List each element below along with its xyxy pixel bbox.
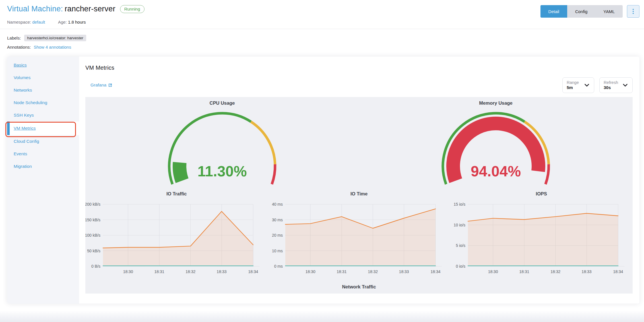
kebab-icon	[633, 9, 634, 14]
line-chart-canvas: 200 kB/s150 kB/s100 kB/s50 kB/s0 B/s18:3…	[85, 197, 268, 282]
sidebar-item-label: VM Metrics	[14, 126, 36, 131]
y-axis-tick-label: 0 io/s	[456, 264, 465, 269]
tab-config[interactable]: Config	[567, 5, 595, 18]
resource-type-label: Virtual Machine:	[7, 5, 63, 13]
gauge-value: 11.30%	[197, 163, 247, 179]
status-badge: Running	[120, 5, 145, 13]
sidebar-item-label: Migration	[14, 164, 32, 169]
detail-card: BasicsVolumesNetworksNode SchedulingSSH …	[7, 57, 639, 304]
chevron-down-icon	[584, 82, 590, 88]
namespace-label: Namespace:	[7, 20, 31, 24]
line-chart-canvas: 40 ms30 ms20 ms10 ms0 ms18:3018:3118:321…	[268, 197, 450, 282]
sidebar-item-networks[interactable]: Networks	[7, 84, 79, 96]
y-axis-tick-label: 5 io/s	[456, 243, 465, 248]
section-heading: VM Metrics	[85, 65, 633, 71]
sidebar-item-events[interactable]: Events	[7, 148, 79, 160]
chart-title: Memory Usage	[479, 100, 512, 106]
chart-title: IO Time	[268, 191, 450, 197]
chart-title: CPU Usage	[210, 100, 235, 106]
refresh-value: 30s	[604, 85, 618, 90]
io-time-chart: IO Time40 ms30 ms20 ms10 ms0 ms18:3018:3…	[268, 190, 450, 284]
grafana-link[interactable]: Grafana	[90, 82, 112, 88]
y-axis-tick-label: 30 ms	[272, 217, 283, 222]
labels-label: Labels:	[7, 36, 21, 40]
x-axis-tick-label: 18:33	[217, 269, 227, 274]
x-axis-tick-label: 18:33	[581, 269, 591, 274]
x-axis-tick-label: 18:30	[488, 269, 498, 274]
y-axis-tick-label: 50 kB/s	[87, 248, 100, 253]
sidebar-item-cloud-config[interactable]: Cloud Config	[7, 135, 79, 148]
y-axis-tick-label: 100 kB/s	[85, 233, 100, 238]
meta-section: Labels: harvesterhci.io/creator: harvest…	[0, 29, 644, 49]
vm-name: rancher-server	[65, 5, 115, 13]
sidebar-item-label: Basics	[14, 63, 27, 67]
sidebar-item-migration[interactable]: Migration	[7, 160, 79, 173]
annotations-label: Annotations:	[7, 45, 31, 49]
range-label: Range	[567, 80, 579, 85]
sidebar: BasicsVolumesNetworksNode SchedulingSSH …	[7, 57, 79, 304]
x-axis-tick-label: 18:34	[431, 269, 441, 274]
io-traffic-chart: IO Traffic200 kB/s150 kB/s100 kB/s50 kB/…	[85, 190, 268, 284]
show-annotations-link[interactable]: Show 4 annotations	[34, 45, 71, 49]
page-bottom-fade	[0, 311, 644, 322]
view-tabs: Detail Config YAML	[540, 5, 623, 18]
range-dropdown[interactable]: Range 5m	[562, 77, 594, 93]
y-axis-tick-label: 0 B/s	[91, 264, 100, 269]
gauge-value: 94.04%	[471, 163, 521, 179]
sidebar-item-basics[interactable]: Basics	[7, 59, 79, 71]
iops-chart: IOPS15 io/s10 io/s5 io/s0 io/s18:3018:31…	[450, 190, 633, 284]
sidebar-item-ssh-keys[interactable]: SSH Keys	[7, 109, 79, 121]
sidebar-item-label: Networks	[14, 88, 32, 92]
page: Virtual Machine:rancher-server Running D…	[0, 0, 644, 322]
refresh-dropdown[interactable]: Refresh 30s	[599, 77, 633, 93]
chart-title: IOPS	[450, 191, 633, 197]
x-axis-tick-label: 18:32	[185, 269, 195, 274]
chart-title: IO Traffic	[85, 191, 268, 197]
y-axis-tick-label: 15 io/s	[453, 202, 465, 207]
y-axis-tick-label: 150 kB/s	[85, 217, 100, 222]
refresh-label: Refresh	[604, 80, 618, 85]
x-axis-tick-label: 18:32	[368, 269, 378, 274]
network-traffic-title: Network Traffic	[85, 284, 633, 290]
sidebar-item-volumes[interactable]: Volumes	[7, 71, 79, 84]
x-axis-tick-label: 18:34	[613, 269, 623, 274]
sidebar-item-vm-metrics[interactable]: VM Metrics	[7, 121, 79, 135]
tab-yaml[interactable]: YAML	[595, 5, 623, 18]
x-axis-tick-label: 18:32	[550, 269, 560, 274]
y-axis-tick-label: 40 ms	[272, 202, 283, 207]
y-axis-tick-label: 200 kB/s	[85, 202, 100, 207]
sidebar-item-label: Node Scheduling	[14, 100, 47, 105]
y-axis-tick-label: 10 ms	[272, 248, 283, 253]
x-axis-tick-label: 18:31	[154, 269, 164, 274]
y-axis-tick-label: 10 io/s	[453, 223, 465, 227]
tab-detail[interactable]: Detail	[540, 5, 567, 18]
cpu-usage-gauge: CPU Usage11.30%	[85, 100, 359, 188]
chevron-down-icon	[622, 82, 628, 88]
sidebar-item-label: Events	[14, 151, 27, 156]
namespace-link[interactable]: default	[32, 20, 45, 24]
metrics-panel: CPU Usage11.30% Memory Usage94.04% IO Tr…	[85, 97, 633, 294]
subheader: Namespace: default Age: 1.8 hours	[7, 20, 639, 24]
sidebar-item-label: Volumes	[14, 75, 30, 80]
x-axis-tick-label: 18:31	[519, 269, 529, 274]
page-header: Virtual Machine:rancher-server Running D…	[0, 0, 644, 24]
y-axis-tick-label: 20 ms	[272, 233, 283, 238]
grafana-link-label: Grafana	[90, 82, 106, 88]
x-axis-tick-label: 18:30	[306, 269, 315, 274]
age-value: 1.8 hours	[68, 20, 86, 24]
gauge-canvas: 94.04%	[433, 106, 558, 188]
line-chart-canvas: 15 io/s10 io/s5 io/s0 io/s18:3018:3118:3…	[450, 197, 633, 282]
page-title: Virtual Machine:rancher-server	[7, 5, 115, 13]
gauge-canvas: 11.30%	[160, 106, 285, 188]
sidebar-item-node-scheduling[interactable]: Node Scheduling	[7, 96, 79, 109]
x-axis-tick-label: 18:33	[399, 269, 409, 274]
sidebar-item-label: SSH Keys	[14, 113, 34, 117]
memory-usage-gauge: Memory Usage94.04%	[359, 100, 633, 188]
external-link-icon	[108, 83, 112, 87]
vm-metrics-section: VM Metrics Grafana Range 5m	[79, 57, 639, 304]
age-label: Age:	[58, 20, 67, 24]
x-axis-tick-label: 18:31	[337, 269, 347, 274]
actions-menu-button[interactable]	[627, 5, 639, 18]
x-axis-tick-label: 18:34	[248, 269, 258, 274]
y-axis-tick-label: 0 ms	[274, 264, 283, 269]
